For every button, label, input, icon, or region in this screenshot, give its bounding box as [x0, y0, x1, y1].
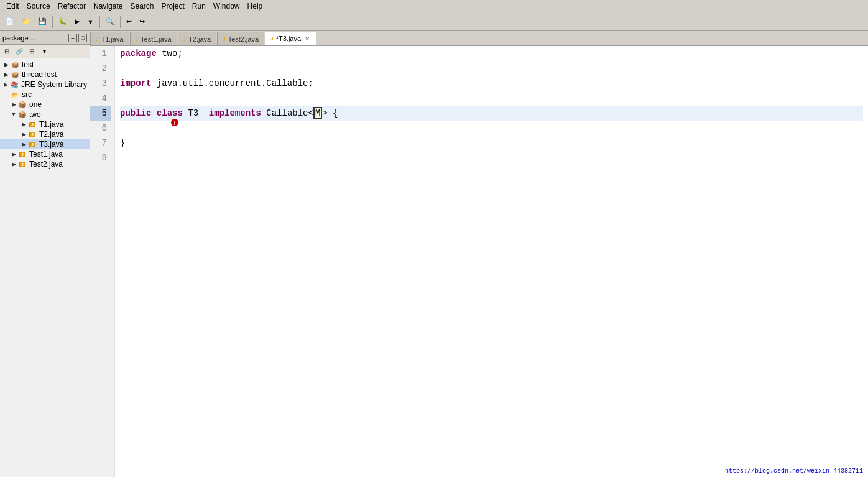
sidebar-maximize[interactable]: □	[78, 34, 87, 42]
line-num-5: 5	[90, 106, 111, 121]
kw-implements: implements	[209, 108, 261, 118]
tab-test1java[interactable]: J Test1.java	[130, 32, 177, 45]
code-line-6	[120, 121, 863, 136]
tab-t2java-icon: J	[183, 36, 187, 42]
tab-t3java[interactable]: J *T3.java ✕	[265, 32, 316, 45]
sidebar-menu[interactable]: ⊞	[26, 46, 37, 57]
sidebar-more[interactable]: ▾	[39, 46, 50, 57]
pkg-name: two;	[157, 49, 183, 58]
toolbar-search[interactable]: 🔍	[103, 14, 118, 29]
menu-bar: Edit Source Refactor Navigate Search Pro…	[0, 0, 868, 12]
sidebar-item-jre[interactable]: ▶ 📚 JRE System Library	[0, 80, 90, 90]
icon-t3java: J	[27, 140, 37, 149]
icon-two: 📦	[17, 110, 27, 119]
tab-test1java-label: Test1.java	[141, 35, 172, 43]
sidebar-item-t2java[interactable]: ▶ J T2.java	[0, 129, 90, 139]
toolbar-redo[interactable]: ↪	[136, 14, 148, 29]
icon-src: 📂	[10, 90, 20, 99]
sidebar: package ... – □ ⊟ 🔗 ⊞ ▾ ▶ 📦 test ▶ 📦 th	[0, 31, 90, 477]
line-num-3: 3	[90, 76, 111, 91]
cursor-m: M	[313, 107, 322, 119]
sidebar-item-one[interactable]: ▶ 📦 one	[0, 100, 90, 109]
icon-one: 📦	[17, 100, 27, 109]
menu-source[interactable]: Source	[23, 1, 54, 11]
label-one: one	[29, 100, 42, 109]
url-hint: https://blog.csdn.net/weixin_44382711	[725, 468, 863, 475]
closing-brace: }	[120, 138, 125, 148]
line-numbers: 1 2 3 4 5 6 7 8	[90, 46, 115, 477]
toolbar-debug[interactable]: 🐛	[55, 14, 70, 29]
arrow-t1java: ▶	[20, 121, 27, 127]
toolbar-sep-2	[99, 16, 100, 28]
tab-t2java-label: T2.java	[188, 35, 211, 43]
code-editor[interactable]: 1 2 3 4 5 6 7 8 package two;	[90, 46, 868, 477]
sidebar-item-threadtest[interactable]: ▶ 📦 threadTest	[0, 70, 90, 80]
toolbar-sep-3	[120, 16, 121, 28]
sidebar-minimize[interactable]: –	[68, 34, 77, 42]
label-test2java: Test2.java	[29, 160, 63, 169]
line-num-2: 2	[90, 61, 111, 76]
label-t1java: T1.java	[39, 120, 63, 129]
line-num-7: 7	[90, 136, 111, 151]
menu-project[interactable]: Project	[157, 1, 188, 11]
sidebar-link[interactable]: 🔗	[14, 46, 25, 57]
code-line-2	[120, 61, 863, 76]
code-content[interactable]: package two; import java.util.concurrent…	[115, 46, 868, 477]
file-tree: ▶ 📦 test ▶ 📦 threadTest ▶ 📚 JRE System L…	[0, 58, 90, 477]
code-line-4	[120, 91, 863, 106]
sidebar-item-test2java[interactable]: ▶ J Test2.java	[0, 159, 90, 169]
callable-text: Callable<	[261, 108, 313, 118]
sidebar-item-test[interactable]: ▶ 📦 test	[0, 60, 90, 70]
arrow-test: ▶	[2, 62, 10, 68]
tab-t1java-label: T1.java	[101, 35, 124, 43]
arrow-jre: ▶	[2, 81, 10, 88]
icon-t2java: J	[27, 130, 37, 139]
toolbar-save[interactable]: 💾	[35, 14, 50, 29]
main-area: package ... – □ ⊟ 🔗 ⊞ ▾ ▶ 📦 test ▶ 📦 th	[0, 31, 868, 477]
tab-test2java[interactable]: J Test2.java	[217, 32, 264, 45]
tab-bar: J T1.java J Test1.java J T2.java J Test2…	[90, 31, 868, 46]
toolbar-undo[interactable]: ↩	[123, 14, 135, 29]
code-line-3: import java.util.concurrent.Callable;	[120, 76, 863, 91]
tab-t1java[interactable]: J T1.java	[90, 32, 129, 45]
line-num-1: 1	[90, 46, 111, 61]
line-num-6: 6	[90, 121, 111, 136]
label-jre: JRE System Library	[21, 80, 87, 89]
code-line-5: ! public class T3 implements Callable< M…	[120, 106, 863, 121]
icon-t1java: J	[27, 120, 37, 129]
sidebar-header: package ... – □	[0, 31, 90, 45]
tab-t2java[interactable]: J T2.java	[178, 32, 217, 45]
menu-navigate[interactable]: Navigate	[90, 1, 126, 11]
toolbar: 📄 📁 💾 🐛 ▶ ▼ 🔍 ↩ ↪	[0, 12, 868, 31]
toolbar-run[interactable]: ▶	[72, 14, 83, 29]
menu-run[interactable]: Run	[188, 1, 210, 11]
menu-edit[interactable]: Edit	[2, 1, 23, 11]
label-test: test	[22, 60, 34, 69]
sidebar-item-src[interactable]: 📂 src	[0, 90, 90, 100]
menu-window[interactable]: Window	[210, 1, 244, 11]
toolbar-open[interactable]: 📁	[19, 14, 34, 29]
icon-jre: 📚	[10, 80, 19, 89]
tab-t3java-icon: J	[270, 35, 274, 42]
classname-t3: T3	[183, 108, 209, 118]
menu-help[interactable]: Help	[244, 1, 267, 11]
sidebar-item-test1java[interactable]: ▶ J Test1.java	[0, 149, 90, 159]
sidebar-controls: – □	[68, 34, 87, 42]
menu-search[interactable]: Search	[126, 1, 157, 11]
tab-t1java-icon: J	[96, 36, 99, 42]
sidebar-item-two[interactable]: ▼ 📦 two	[0, 109, 90, 119]
error-marker: !	[115, 108, 179, 139]
code-line-1: package two;	[120, 46, 863, 61]
sidebar-item-t1java[interactable]: ▶ J T1.java	[0, 119, 90, 129]
code-line-8	[120, 151, 863, 165]
kw-import: import	[120, 78, 151, 88]
label-two: two	[29, 110, 41, 119]
import-pkg: java.util.concurrent.Callable;	[151, 78, 313, 88]
menu-refactor[interactable]: Refactor	[54, 1, 90, 11]
sidebar-item-t3java[interactable]: ▶ J T3.java	[0, 139, 90, 149]
sidebar-collapse[interactable]: ⊟	[1, 46, 12, 57]
toolbar-run-dropdown[interactable]: ▼	[84, 14, 97, 29]
tab-t3java-close[interactable]: ✕	[303, 35, 311, 42]
generic-close: > {	[322, 108, 338, 118]
toolbar-new[interactable]: 📄	[2, 14, 17, 29]
